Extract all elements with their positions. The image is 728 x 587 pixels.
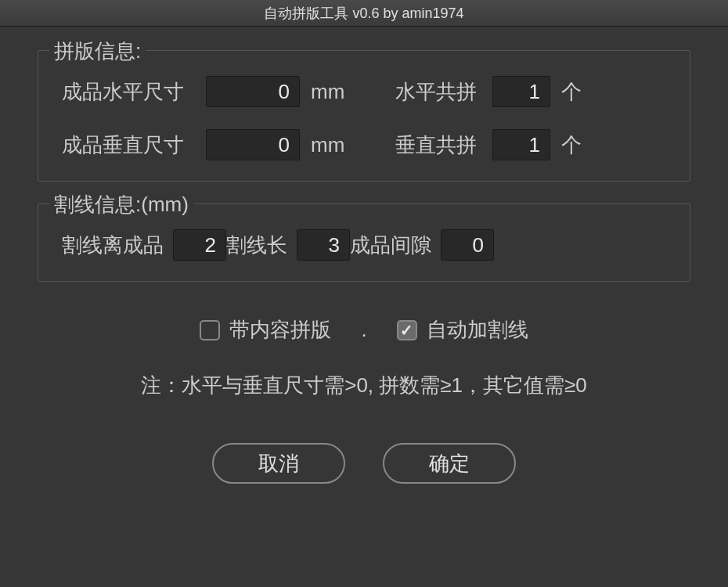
cut-length-label: 割线长 — [226, 232, 287, 259]
vertical-count-label: 垂直共拼 — [395, 131, 477, 159]
horizontal-count-unit: 个 — [561, 78, 582, 106]
with-content-checkbox-item[interactable]: 带内容拼版 — [200, 316, 331, 344]
cut-gap-label: 成品间隙 — [350, 232, 431, 259]
vertical-count-unit: 个 — [561, 131, 582, 159]
window-titlebar: 自动拼版工具 v0.6 by amin1974 — [0, 0, 728, 27]
checkbox-separator: . — [361, 318, 366, 342]
cut-length-input[interactable] — [297, 229, 350, 261]
vertical-size-unit: mm — [311, 133, 366, 157]
window-title: 自动拼版工具 v0.6 by amin1974 — [264, 4, 463, 23]
cancel-button[interactable]: 取消 — [212, 443, 345, 484]
vertical-size-input[interactable] — [206, 129, 300, 160]
button-row: 取消 确定 — [38, 443, 690, 484]
cutline-fieldset: 割线信息:(mm) 割线离成品 割线长 成品间隙 — [38, 203, 690, 282]
horizontal-size-unit: mm — [311, 80, 366, 104]
with-content-checkbox[interactable] — [200, 320, 220, 340]
vertical-size-row: 成品垂直尺寸 mm 垂直共拼 个 — [62, 129, 666, 160]
horizontal-size-label: 成品水平尺寸 — [62, 78, 198, 106]
dialog-content: 拼版信息: 成品水平尺寸 mm 水平共拼 个 成品垂直尺寸 mm 垂直共拼 个 … — [0, 27, 728, 515]
ok-button[interactable]: 确定 — [383, 443, 516, 484]
imposition-fieldset: 拼版信息: 成品水平尺寸 mm 水平共拼 个 成品垂直尺寸 mm 垂直共拼 个 — [38, 50, 690, 182]
cut-offset-label: 割线离成品 — [62, 232, 164, 259]
with-content-label: 带内容拼版 — [229, 316, 331, 344]
vertical-size-label: 成品垂直尺寸 — [62, 131, 198, 159]
note-text: 注：水平与垂直尺寸需>0, 拼数需≥1，其它值需≥0 — [38, 372, 690, 399]
auto-cutline-checkbox-item[interactable]: 自动加割线 — [397, 316, 528, 344]
cutline-row: 割线离成品 割线长 成品间隙 — [62, 229, 666, 261]
vertical-count-input[interactable] — [492, 129, 550, 160]
cutline-legend: 割线信息:(mm) — [49, 191, 193, 218]
horizontal-count-label: 水平共拼 — [395, 78, 477, 106]
horizontal-size-row: 成品水平尺寸 mm 水平共拼 个 — [62, 76, 666, 107]
cut-offset-input[interactable] — [173, 229, 226, 261]
horizontal-size-input[interactable] — [206, 76, 300, 107]
auto-cutline-label: 自动加割线 — [427, 316, 528, 344]
imposition-legend: 拼版信息: — [49, 38, 146, 65]
auto-cutline-checkbox[interactable] — [397, 320, 417, 340]
horizontal-count-input[interactable] — [492, 76, 550, 107]
checkbox-row: 带内容拼版 . 自动加割线 — [38, 316, 690, 344]
cut-gap-input[interactable] — [441, 229, 494, 261]
